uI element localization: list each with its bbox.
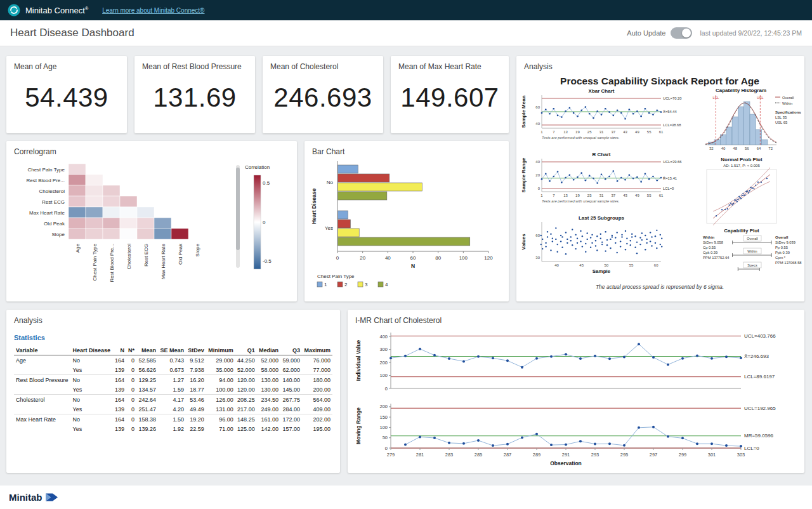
svg-text:Within: Within <box>782 102 792 105</box>
correlogram-cell[interactable] <box>69 228 86 239</box>
learn-more-link[interactable]: Learn more about Minitab Connect® <box>102 7 204 14</box>
svg-text:Xbar Chart: Xbar Chart <box>589 88 615 94</box>
correlogram-cell[interactable] <box>154 228 171 239</box>
stats-col-header: Q3 <box>280 345 302 355</box>
correlogram-cell[interactable] <box>137 228 154 239</box>
svg-text:0.5: 0.5 <box>263 180 270 186</box>
imr-chart: 0100200300400UCL=403.766X̄=246.693LCL=89… <box>350 327 798 470</box>
kpi-value: 54.439 <box>6 83 127 113</box>
svg-text:4: 4 <box>385 282 388 288</box>
svg-text:19: 19 <box>575 130 580 134</box>
correlogram-cell[interactable] <box>103 228 120 239</box>
svg-text:32: 32 <box>709 147 714 150</box>
svg-text:60: 60 <box>535 105 540 109</box>
svg-text:StDev 9.039: StDev 9.039 <box>775 241 796 244</box>
svg-text:49: 49 <box>635 194 639 197</box>
svg-text:3: 3 <box>365 282 368 288</box>
bar-chart: NoYes020406080100120NHeart DiseaseChest … <box>308 159 502 294</box>
analysis-sixpack-card: Analysis Process Capability Sixpack Repo… <box>516 56 804 301</box>
svg-text:Individual Value: Individual Value <box>355 340 362 381</box>
bar-type2-Yes[interactable] <box>338 220 351 228</box>
svg-text:40: 40 <box>385 255 391 261</box>
svg-text:1: 1 <box>540 194 543 197</box>
svg-text:UCL=403.766: UCL=403.766 <box>744 333 776 339</box>
correlogram-cell[interactable] <box>171 228 188 239</box>
correlogram-cell[interactable] <box>154 218 171 228</box>
svg-text:100: 100 <box>379 373 388 378</box>
bar-type1-No[interactable] <box>338 165 358 173</box>
svg-text:43: 43 <box>623 194 627 197</box>
correlogram-cell[interactable] <box>120 228 137 239</box>
svg-text:287: 287 <box>504 452 512 458</box>
correlogram-cell[interactable] <box>120 207 137 218</box>
svg-text:LCL=0: LCL=0 <box>663 187 674 190</box>
svg-text:40: 40 <box>721 147 726 150</box>
bar-type4-No[interactable] <box>338 192 387 200</box>
svg-text:USL: USL <box>757 96 764 100</box>
bar-type1-Yes[interactable] <box>338 211 348 219</box>
bar-type3-Yes[interactable] <box>338 228 360 237</box>
minitab-footer-brand: Minitab <box>9 492 43 503</box>
svg-text:X̄=54.44: X̄=54.44 <box>663 110 678 114</box>
svg-text:Observation: Observation <box>550 460 582 466</box>
correlogram-cell[interactable] <box>137 207 154 218</box>
correlogram-cell[interactable] <box>120 196 137 207</box>
last-updated-text: last updated 9/20/22, 12:45:23 PM <box>700 29 802 37</box>
svg-text:293: 293 <box>591 452 599 458</box>
kpi-value: 246.693 <box>263 83 383 113</box>
correlogram-cell[interactable] <box>137 218 154 228</box>
app-footer: Minitab <box>0 486 812 509</box>
svg-text:60: 60 <box>410 255 416 261</box>
correlogram-cell[interactable] <box>86 218 103 228</box>
correlogram-cell[interactable] <box>69 196 86 207</box>
kpi-title: Mean of Age <box>6 56 127 74</box>
svg-text:PPM 137752.64: PPM 137752.64 <box>703 256 730 260</box>
correlogram-cell[interactable] <box>86 207 103 218</box>
svg-text:Within: Within <box>703 235 715 239</box>
bar-chart-card: Bar Chart NoYes020406080100120NHeart Dis… <box>304 141 509 301</box>
svg-text:Overall: Overall <box>775 235 789 239</box>
svg-text:Slope: Slope <box>195 243 200 256</box>
svg-text:2: 2 <box>344 282 348 288</box>
correlogram-cell[interactable] <box>69 218 86 228</box>
correlogram-cell[interactable] <box>69 185 86 196</box>
svg-text:Sample Mean: Sample Mean <box>521 95 527 128</box>
stats-col-header: N* <box>126 345 136 355</box>
svg-text:279: 279 <box>387 452 395 458</box>
correlogram-cell[interactable] <box>103 218 120 228</box>
stats-row: Max Heart RateNo1640158.381.5019.2096.00… <box>14 414 332 425</box>
bar-type2-No[interactable] <box>338 174 390 182</box>
correlogram-cell[interactable] <box>86 228 103 239</box>
correlogram-scrollbar-thumb[interactable] <box>236 168 240 250</box>
correlogram-cell[interactable] <box>69 207 86 218</box>
correlogram-cell[interactable] <box>120 218 137 228</box>
stats-row: Rest Blood PressureNo1640129.251.2716.20… <box>14 375 332 385</box>
svg-text:AD: 1.517, P: < 0.005: AD: 1.517, P: < 0.005 <box>723 164 760 168</box>
toggle-knob[interactable] <box>682 29 691 37</box>
panel-title: Correlogram <box>6 141 297 159</box>
correlogram-cell[interactable] <box>103 196 120 207</box>
correlogram-cell[interactable] <box>86 196 103 207</box>
statistics-heading[interactable]: Statistics <box>6 327 340 345</box>
kpi-card-mean-cholesterol: Mean of Cholesterol 246.693 <box>263 56 383 133</box>
correlogram-cell[interactable] <box>86 185 103 196</box>
statistics-table: VariableHeart DiseaseNN*MeanSE MeanStDev… <box>14 345 332 433</box>
svg-text:Ppk 0.39: Ppk 0.39 <box>775 251 790 255</box>
correlogram-cell[interactable] <box>86 175 103 185</box>
correlogram-cell[interactable] <box>69 164 86 175</box>
svg-text:N: N <box>411 263 415 269</box>
app-header: Minitab Connect® Learn more about Minita… <box>0 0 812 20</box>
bar-type4-Yes[interactable] <box>338 237 470 246</box>
svg-text:30: 30 <box>535 256 540 260</box>
stats-col-header: StDev <box>186 345 206 355</box>
svg-text:80: 80 <box>435 255 441 261</box>
svg-text:Overall: Overall <box>782 96 794 100</box>
correlogram-cell[interactable] <box>103 185 120 196</box>
auto-update-toggle[interactable] <box>671 27 692 39</box>
svg-text:19: 19 <box>575 194 580 197</box>
svg-text:55: 55 <box>647 194 652 197</box>
bar-type3-No[interactable] <box>338 183 422 191</box>
correlogram-cell[interactable] <box>69 175 86 185</box>
correlogram-cell[interactable] <box>103 207 120 218</box>
svg-text:72: 72 <box>768 147 773 150</box>
